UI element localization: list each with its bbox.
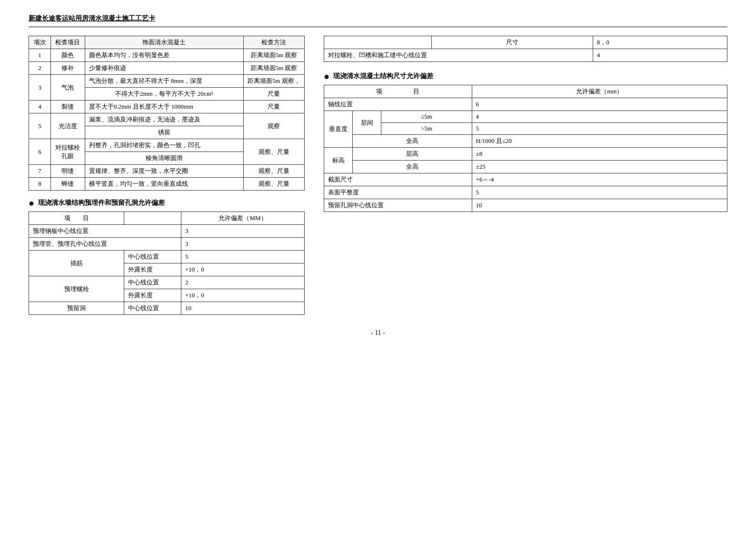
concrete-row: 轴线位置 6 bbox=[324, 98, 727, 111]
wall-row: 预埋螺栓 中心线位置 2 bbox=[29, 276, 305, 289]
cell-item: 对拉螺栓孔眼 bbox=[51, 139, 85, 165]
concrete-cell-item: 预留孔洞中心线位置 bbox=[324, 199, 472, 212]
cell-idx: 1 bbox=[29, 49, 51, 62]
concrete-cell-sub2: >5m bbox=[381, 123, 472, 135]
cell-desc: 置规律、整齐、深度一致，水平交圈 bbox=[85, 165, 243, 178]
cell-item: 蝉缝 bbox=[51, 178, 85, 191]
wall-row: 预留洞 中心线位置 10 bbox=[29, 302, 305, 315]
divider bbox=[29, 27, 727, 27]
table-row: 8 蝉缝 横平竖直，均匀一致，竖向垂直成线 观察、尺量 bbox=[29, 178, 305, 191]
concrete-cell-sub1: 层间 bbox=[353, 111, 381, 135]
table-row: 5 光洁度 漏浆、流滴及冲刷痕迹，无油迹，墨迹及 观察 bbox=[29, 113, 305, 126]
concrete-cell-sub1: 全高 bbox=[353, 135, 472, 148]
wall-cell-value: 2 bbox=[181, 276, 305, 289]
cell-idx: 5 bbox=[29, 113, 51, 139]
concrete-cell-item: 表面平整度 bbox=[324, 186, 472, 199]
main-table: 项次 检查项目 饰面清水混凝土 检查方法 1 颜色 颜色基本均匀，没有明显色差 … bbox=[29, 36, 305, 191]
header-item: 检查项目 bbox=[51, 36, 85, 49]
cell-desc: 度不大于0.2mm 且长度不大于 1000mm bbox=[85, 101, 243, 113]
wall-header-item: 项 目 bbox=[29, 212, 124, 225]
right-top-cell: 对拉螺栓、凹槽和施工缝中心线位置 bbox=[324, 49, 593, 62]
bullet-icon-2: ● bbox=[324, 71, 329, 81]
main-layout: 项次 检查项目 饰面清水混凝土 检查方法 1 颜色 颜色基本均匀，没有明显色差 … bbox=[29, 36, 727, 315]
wall-cell-value: +10，0 bbox=[181, 289, 305, 302]
section-concrete-title: ● 现浇清水混凝土结构尺寸允许偏差 bbox=[324, 71, 727, 81]
cell-idx: 4 bbox=[29, 101, 51, 113]
concrete-row: 截面尺寸 +6～-4 bbox=[324, 173, 727, 186]
wall-header-sub bbox=[124, 212, 181, 225]
cell-desc: 气泡分散，最大直径不得大于 8mm，深度 bbox=[85, 75, 243, 88]
concrete-header-col1: 项 目 bbox=[324, 85, 472, 98]
cell-method: 观察、尺量 bbox=[243, 178, 304, 191]
cell-idx: 7 bbox=[29, 165, 51, 178]
concrete-row: 标高 层高 ±8 bbox=[324, 148, 727, 161]
concrete-table: 项 目 允许偏差（mm） 轴线位置 6 垂直度 层间 ≤5m 4 bbox=[324, 85, 727, 212]
table-row: 4 裂缝 度不大于0.2mm 且长度不大于 1000mm 尺量 bbox=[29, 101, 305, 113]
wall-row: 预埋管、预埋孔中心线位置 3 bbox=[29, 238, 305, 251]
cell-desc: 颜色基本均匀，没有明显色差 bbox=[85, 49, 243, 62]
section-wall-label: 现浇清水墙结构预埋件和预留孔洞允许偏差 bbox=[38, 199, 165, 207]
concrete-cell-item: 轴线位置 bbox=[324, 98, 472, 111]
wall-cell-sub: 外露长度 bbox=[124, 289, 181, 302]
wall-cell-sub: 中心线位置 bbox=[124, 302, 181, 315]
cell-desc: 少量修补痕迹 bbox=[85, 62, 243, 75]
concrete-header-value: 允许偏差（mm） bbox=[472, 85, 727, 98]
header-method: 检查方法 bbox=[243, 36, 304, 49]
wall-cell-value: 3 bbox=[181, 225, 305, 238]
cell-desc: 锈斑 bbox=[85, 126, 243, 139]
concrete-cell-item1: 垂直度 bbox=[324, 111, 353, 148]
wall-cell-item: 预埋管、预埋孔中心线位置 bbox=[29, 238, 181, 251]
concrete-row: >5m 5 bbox=[324, 123, 727, 135]
wall-cell-value: +10，0 bbox=[181, 263, 305, 276]
concrete-cell-item1: 标高 bbox=[324, 148, 353, 173]
right-top-row: 对拉螺栓、凹槽和施工缝中心线位置 4 bbox=[324, 49, 727, 62]
section-wall-title: ● 现浇清水墙结构预埋件和预留孔洞允许偏差 bbox=[29, 198, 305, 208]
cell-method: 观察、尺量 bbox=[243, 165, 304, 178]
cell-idx: 8 bbox=[29, 178, 51, 191]
wall-cell-sub: 中心线位置 bbox=[124, 276, 181, 289]
cell-item: 修补 bbox=[51, 62, 85, 75]
concrete-cell-sub2: ≤5m bbox=[381, 111, 472, 123]
cell-idx: 2 bbox=[29, 62, 51, 75]
right-top-table: 尺寸 8，0 对拉螺栓、凹槽和施工缝中心线位置 4 bbox=[324, 36, 727, 62]
cell-item: 颜色 bbox=[51, 49, 85, 62]
concrete-cell-sub1: 层高 bbox=[353, 148, 472, 161]
table-row: 2 修补 少量修补痕迹 距离墙面5m 观察 bbox=[29, 62, 305, 75]
left-column: 项次 检查项目 饰面清水混凝土 检查方法 1 颜色 颜色基本均匀，没有明显色差 … bbox=[29, 36, 305, 315]
concrete-cell-value: ±8 bbox=[472, 148, 727, 161]
wall-header-row: 项 目 允许偏差（MM） bbox=[29, 212, 305, 225]
cell-idx: 3 bbox=[29, 75, 51, 101]
cell-desc: 棱角清晰圆滑 bbox=[85, 152, 243, 165]
right-top-row: 尺寸 8，0 bbox=[324, 36, 727, 49]
right-column: 尺寸 8，0 对拉螺栓、凹槽和施工缝中心线位置 4 ● 现浇清水混凝土结构尺寸允… bbox=[324, 36, 727, 315]
page-title: 新建长途客运站用房清水混凝土施工工艺卡 bbox=[29, 14, 727, 23]
concrete-row: 表面平整度 5 bbox=[324, 186, 727, 199]
wall-cell-value: 5 bbox=[181, 251, 305, 263]
cell-method: 距离墙面5m 观察 bbox=[243, 49, 304, 62]
cell-method: 观察 bbox=[243, 113, 304, 139]
concrete-row: 全高 H/1000 且≤20 bbox=[324, 135, 727, 148]
concrete-cell-value: ±25 bbox=[472, 161, 727, 173]
table-row: 1 颜色 颜色基本均匀，没有明显色差 距离墙面5m 观察 bbox=[29, 49, 305, 62]
table-header-row: 项次 检查项目 饰面清水混凝土 检查方法 bbox=[29, 36, 305, 49]
right-top-cell: 8，0 bbox=[593, 36, 727, 49]
wall-header-value: 允许偏差（MM） bbox=[181, 212, 305, 225]
wall-cell-value: 3 bbox=[181, 238, 305, 251]
concrete-cell-value: H/1000 且≤20 bbox=[472, 135, 727, 148]
cell-item: 光洁度 bbox=[51, 113, 85, 139]
concrete-row: 预留孔洞中心线位置 10 bbox=[324, 199, 727, 212]
right-top-cell: 4 bbox=[593, 49, 727, 62]
table-row: 3 气泡 气泡分散，最大直径不得大于 8mm，深度 距离墙面5m 观察， bbox=[29, 75, 305, 88]
concrete-row: 垂直度 层间 ≤5m 4 bbox=[324, 111, 727, 123]
cell-method: 距离墙面5m 观察 bbox=[243, 62, 304, 75]
wall-cell-item: 预留洞 bbox=[29, 302, 124, 315]
concrete-cell-value: 4 bbox=[472, 111, 727, 123]
wall-cell-item: 预埋螺栓 bbox=[29, 276, 124, 302]
cell-method: 尺量 bbox=[243, 88, 304, 101]
header-desc: 饰面清水混凝土 bbox=[85, 36, 243, 49]
cell-method: 距离墙面5m 观察， bbox=[243, 75, 304, 88]
wall-table: 项 目 允许偏差（MM） 预埋钢板中心线位置 3 预埋管、预埋孔中心线位置 3 … bbox=[29, 212, 305, 315]
bullet-icon: ● bbox=[29, 198, 34, 208]
concrete-cell-item: 截面尺寸 bbox=[324, 173, 472, 186]
wall-cell-item: 预埋钢板中心线位置 bbox=[29, 225, 181, 238]
